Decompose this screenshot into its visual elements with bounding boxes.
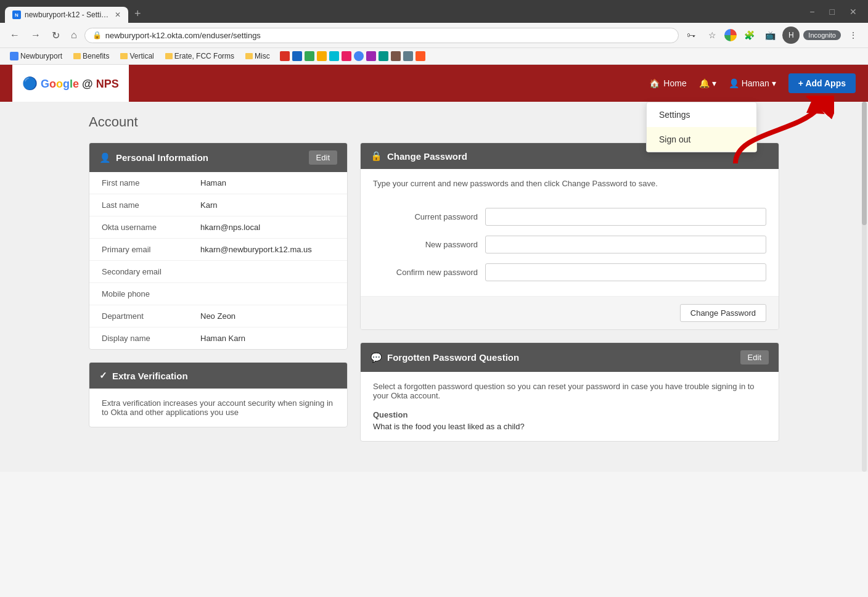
field-label: Primary email (102, 245, 200, 254)
table-row: Last name Karn (89, 194, 347, 216)
field-value: hkarn@newburyport.k12.ma.us (200, 245, 312, 254)
cast-btn[interactable]: 📺 (761, 27, 779, 44)
logo-container: 🔵 Google @ NPS (12, 65, 129, 102)
personal-info-card: 👤 Personal Information Edit First name H… (89, 142, 348, 350)
field-value: Karn (200, 200, 217, 210)
bookmarks-bar: Newburyport Benefits Vertical Erate, FCC… (0, 48, 868, 65)
change-password-btn[interactable]: Change Password (680, 304, 766, 322)
logo: 🔵 Google @ NPS (22, 76, 119, 91)
add-apps-btn[interactable]: + Add Apps (788, 73, 856, 93)
table-row: First name Haman (89, 172, 347, 194)
bookmark-erate[interactable]: Erate, FCC Forms (162, 51, 238, 62)
folder-icon (165, 53, 173, 59)
user-menu-btn[interactable]: 👤 Haman ▾ (729, 78, 776, 88)
question-label: Question (373, 410, 766, 419)
forgotten-password-title: 💬 Forgotten Password Question (371, 352, 519, 363)
notifications-btn[interactable]: 🔔 ▾ (699, 78, 716, 88)
confirm-password-group: Confirm new password (373, 263, 766, 281)
personal-info-edit-btn[interactable]: Edit (309, 150, 337, 165)
right-column: 🔒 Change Password Type your current and … (360, 142, 779, 454)
folder-icon (120, 53, 128, 59)
confirm-password-input[interactable] (485, 263, 766, 281)
field-value: Neo Zeon (200, 311, 235, 321)
chat-icon: 💬 (371, 352, 382, 363)
field-label: Display name (102, 334, 200, 343)
chrome-btn[interactable] (724, 29, 737, 41)
user-dropdown: Settings Sign out (646, 102, 757, 152)
change-password-form: Current password New password Confirm ne… (361, 198, 779, 296)
left-column: 👤 Personal Information Edit First name H… (89, 142, 348, 454)
profile-btn[interactable]: H (782, 27, 800, 44)
extensions-btn[interactable]: 🧩 (740, 27, 758, 44)
tab-favicon: N (12, 10, 21, 19)
bookmark-newburyport[interactable]: Newburyport (6, 51, 66, 62)
back-btn[interactable]: ← (6, 28, 23, 42)
field-label: Last name (102, 200, 200, 210)
new-tab-btn[interactable]: + (129, 5, 146, 23)
table-row: Primary email hkarn@newburyport.k12.ma.u… (89, 239, 347, 261)
extra-verification-desc: Extra verification increases your accoun… (102, 398, 335, 417)
bookmark-benefits[interactable]: Benefits (70, 51, 113, 62)
new-password-group: New password (373, 236, 766, 253)
key-icon-btn[interactable]: 🗝 (682, 27, 700, 44)
app-header: 🔵 Google @ NPS 🏠 Home 🔔 ▾ 👤 Haman ▾ + Ad… (0, 65, 868, 102)
change-password-title: 🔒 Change Password (371, 150, 467, 162)
menu-btn[interactable]: ⋮ (845, 27, 862, 44)
maximize-btn[interactable]: □ (822, 4, 842, 19)
active-tab[interactable]: N newburyport-k12 - Settings ✕ (5, 7, 128, 23)
minimize-btn[interactable]: − (802, 4, 822, 19)
change-password-desc: Type your current and new passwords and … (361, 169, 779, 198)
forgotten-password-edit-btn[interactable]: Edit (740, 350, 769, 364)
folder-icon (245, 53, 253, 59)
sign-out-menu-item[interactable]: Sign out (647, 127, 756, 152)
field-value: Haman (200, 178, 226, 187)
star-icon-btn[interactable]: ☆ (703, 27, 721, 44)
current-password-input[interactable] (485, 208, 766, 226)
bookmark-misc[interactable]: Misc (242, 51, 274, 62)
forgotten-password-header: 💬 Forgotten Password Question Edit (361, 343, 779, 372)
close-btn[interactable]: ✕ (842, 4, 864, 19)
field-value: hkarn@nps.local (200, 223, 260, 232)
extra-verification-header: ✓ Extra Verification (89, 363, 347, 389)
home-btn[interactable]: ⌂ (67, 28, 81, 42)
current-password-label: Current password (373, 212, 478, 221)
address-text: newburyport-k12.okta.com/enduser/setting… (105, 31, 671, 40)
check-icon: ✓ (99, 370, 107, 381)
address-bar[interactable]: 🔒 newburyport-k12.okta.com/enduser/setti… (84, 28, 679, 43)
scrollbar-thumb[interactable] (862, 102, 867, 225)
new-password-input[interactable] (485, 236, 766, 253)
home-link[interactable]: 🏠 Home (649, 78, 686, 88)
extra-verification-body: Extra verification increases your accoun… (89, 389, 347, 427)
forgotten-password-desc: Select a forgotten password question so … (373, 382, 766, 400)
incognito-badge: Incognito (803, 30, 841, 40)
home-label: Home (663, 78, 686, 88)
bell-icon: 🔔 (699, 78, 710, 88)
bookmark-vertical[interactable]: Vertical (117, 51, 157, 62)
tab-close-btn[interactable]: ✕ (115, 10, 121, 19)
folder-icon (73, 53, 81, 59)
table-row: Display name Haman Karn (89, 327, 347, 349)
table-row: Secondary email (89, 261, 347, 283)
change-password-actions: Change Password (361, 296, 779, 329)
browser-chrome: N newburyport-k12 - Settings ✕ + − □ ✕ ←… (0, 0, 868, 65)
extra-verification-title: ✓ Extra Verification (99, 370, 188, 381)
refresh-btn[interactable]: ↻ (48, 28, 63, 43)
dropdown-arrow: ▾ (772, 78, 776, 88)
dropdown-arrow: ▾ (712, 78, 716, 88)
personal-info-title: 👤 Personal Information (99, 152, 208, 163)
lock-icon: 🔒 (92, 31, 102, 39)
user-icon: 👤 (729, 78, 739, 88)
change-password-card: 🔒 Change Password Type your current and … (360, 142, 779, 330)
settings-menu-item[interactable]: Settings (647, 102, 756, 127)
forward-btn[interactable]: → (27, 28, 44, 42)
tab-bar: N newburyport-k12 - Settings ✕ + − □ ✕ (0, 0, 868, 23)
current-password-group: Current password (373, 208, 766, 226)
question-row: Question What is the food you least like… (373, 410, 766, 431)
nav-bar: ← → ↻ ⌂ 🔒 newburyport-k12.okta.com/endus… (0, 23, 868, 48)
field-label: Mobile phone (102, 289, 200, 298)
scrollbar-track[interactable] (862, 102, 867, 472)
forgotten-password-card: 💬 Forgotten Password Question Edit Selec… (360, 342, 779, 442)
table-row: Okta username hkarn@nps.local (89, 216, 347, 239)
table-row: Department Neo Zeon (89, 305, 347, 327)
confirm-password-label: Confirm new password (373, 268, 478, 277)
